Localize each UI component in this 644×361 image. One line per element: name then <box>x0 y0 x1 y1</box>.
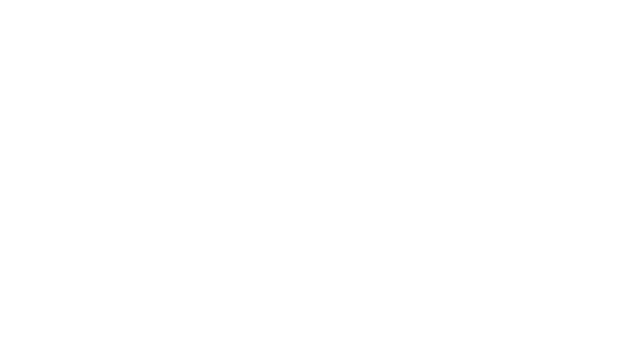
spreadsheet <box>0 0 644 361</box>
